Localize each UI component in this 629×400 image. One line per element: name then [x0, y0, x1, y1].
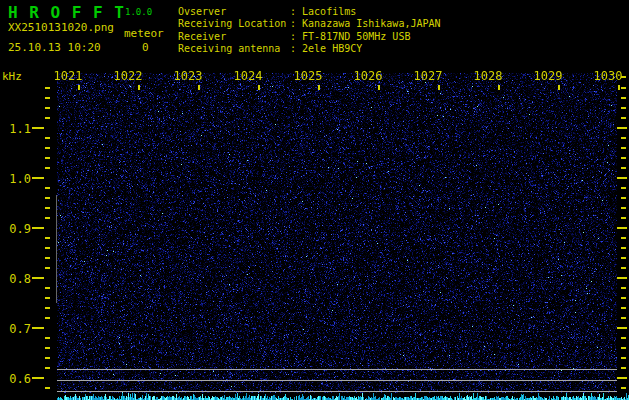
echo-band-marker-line-upper — [57, 369, 617, 370]
freq-minor-tick-right — [621, 357, 626, 359]
freq-minor-tick-left — [45, 137, 50, 139]
freq-minor-tick-right — [621, 87, 626, 89]
time-tick-mark — [438, 85, 440, 90]
mode-label: meteor — [124, 27, 164, 40]
freq-minor-tick-right — [621, 157, 626, 159]
freq-minor-tick-left — [45, 97, 50, 99]
freq-major-tick-left — [32, 227, 44, 229]
freq-minor-tick-left — [45, 217, 50, 219]
freq-minor-tick-left — [45, 147, 50, 149]
meteor-count: 0 — [142, 41, 149, 54]
plot-left-border-segment — [56, 195, 57, 303]
freq-minor-tick-right — [621, 337, 626, 339]
freq-minor-tick-left — [45, 357, 50, 359]
freq-minor-tick-left — [45, 287, 50, 289]
freq-minor-tick-right — [621, 297, 626, 299]
time-tick-label: 1027 — [414, 69, 443, 83]
freq-major-tick-right — [617, 177, 627, 179]
hrofft-screen: H R O F F T 1.0.0 XX2510131020.png meteo… — [0, 0, 629, 400]
time-tick-label: 1024 — [234, 69, 263, 83]
freq-minor-tick-right — [621, 197, 626, 199]
time-tick-label: 1026 — [354, 69, 383, 83]
freq-major-tick-left — [32, 127, 44, 129]
app-title: H R O F F T — [8, 3, 125, 22]
freq-minor-tick-right — [621, 217, 626, 219]
freq-minor-tick-right — [621, 367, 626, 369]
freq-major-tick-left — [32, 327, 44, 329]
info-colon: : — [290, 18, 302, 29]
freq-major-tick-right — [617, 277, 627, 279]
freq-minor-tick-left — [45, 267, 50, 269]
freq-major-tick-right — [617, 377, 627, 379]
time-tick-mark — [258, 85, 260, 90]
freq-tick-label: 0.6 — [7, 372, 31, 386]
time-tick-mark — [558, 85, 560, 90]
info-row: Receiving antenna: 2ele HB9CY — [178, 43, 441, 55]
info-row: Receiving Location: Kanazawa Ishikawa,JA… — [178, 18, 441, 30]
freq-minor-tick-right — [621, 387, 626, 389]
freq-minor-tick-right — [621, 167, 626, 169]
info-value: 2ele HB9CY — [302, 43, 362, 54]
freq-minor-tick-left — [45, 107, 50, 109]
freq-minor-tick-left — [45, 337, 50, 339]
freq-minor-tick-right — [621, 317, 626, 319]
freq-minor-tick-left — [45, 157, 50, 159]
freq-minor-tick-left — [45, 237, 50, 239]
freq-minor-tick-left — [45, 297, 50, 299]
info-value: FT-817ND 50MHz USB — [302, 31, 410, 42]
time-tick-mark — [498, 85, 500, 90]
time-tick-label: 1021 — [54, 69, 83, 83]
freq-tick-label: 0.7 — [7, 322, 31, 336]
info-colon: : — [290, 6, 302, 17]
time-tick-label: 1028 — [474, 69, 503, 83]
info-label: Ovserver — [178, 6, 290, 18]
freq-major-tick-left — [32, 277, 44, 279]
freq-major-tick-left — [32, 177, 44, 179]
freq-minor-tick-right — [621, 247, 626, 249]
time-tick-label: 1030 — [594, 69, 623, 83]
freq-unit-label: kHz — [2, 70, 22, 83]
time-tick-label: 1023 — [174, 69, 203, 83]
freq-minor-tick-right — [621, 187, 626, 189]
freq-tick-label: 1.0 — [7, 172, 31, 186]
info-value: Lacofilms — [302, 6, 356, 17]
freq-minor-tick-left — [45, 167, 50, 169]
observer-info-table: Ovserver: LacofilmsReceiving Location: K… — [178, 6, 441, 56]
output-filename: XX2510131020.png — [8, 21, 114, 34]
time-tick-mark — [138, 85, 140, 90]
freq-minor-tick-right — [621, 207, 626, 209]
echo-band-marker-line-lower — [57, 391, 617, 392]
freq-major-tick-right — [617, 227, 627, 229]
freq-minor-tick-right — [621, 107, 626, 109]
freq-minor-tick-right — [621, 237, 626, 239]
freq-major-tick-right — [617, 127, 627, 129]
freq-minor-tick-right — [621, 97, 626, 99]
info-row: Receiver: FT-817ND 50MHz USB — [178, 31, 441, 43]
spectrogram-noise-canvas — [57, 73, 617, 393]
time-tick-mark — [198, 85, 200, 90]
freq-major-tick-left — [32, 377, 44, 379]
freq-minor-tick-left — [45, 197, 50, 199]
freq-minor-tick-right — [621, 137, 626, 139]
freq-minor-tick-left — [45, 387, 50, 389]
time-axis-end-tick — [621, 76, 626, 78]
freq-minor-tick-left — [45, 247, 50, 249]
freq-tick-label: 0.9 — [7, 222, 31, 236]
freq-minor-tick-right — [621, 307, 626, 309]
info-label: Receiving Location — [178, 18, 290, 30]
datetime-label: 25.10.13 10:20 — [8, 41, 101, 54]
freq-minor-tick-left — [45, 367, 50, 369]
freq-major-tick-right — [617, 327, 627, 329]
time-tick-mark — [618, 85, 620, 90]
info-colon: : — [290, 31, 302, 42]
freq-tick-label: 0.8 — [7, 272, 31, 286]
time-tick-mark — [318, 85, 320, 90]
info-colon: : — [290, 43, 302, 54]
freq-minor-tick-left — [45, 347, 50, 349]
freq-minor-tick-left — [45, 317, 50, 319]
echo-band-marker-line-middle — [57, 380, 617, 381]
info-label: Receiving antenna — [178, 43, 290, 55]
level-trace-canvas — [57, 393, 629, 400]
time-tick-label: 1022 — [114, 69, 143, 83]
freq-minor-tick-left — [45, 187, 50, 189]
